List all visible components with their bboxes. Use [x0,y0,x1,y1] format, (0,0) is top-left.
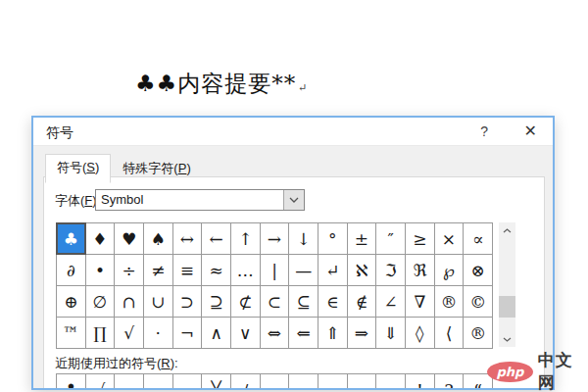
symbol-cell[interactable]: ∇ [406,286,434,317]
symbol-cell[interactable]: ↔ [173,223,202,254]
symbol-cell[interactable]: ∉ [348,286,376,317]
symbol-cell[interactable]: ° [318,223,347,254]
symbol-cell[interactable]: ⊂ [261,286,289,317]
recent-label-text-end: ): [171,356,178,370]
symbol-cell[interactable]: √ [86,374,115,390]
font-combobox-dropdown-button[interactable] [283,190,304,210]
symbol-cell[interactable]: ← [202,223,230,254]
symbol-cell[interactable]: ″ [376,223,405,254]
symbol-cell[interactable]: , [261,374,289,390]
symbol-cell[interactable]: | [261,255,289,285]
symbol-cell[interactable]: . [348,374,376,390]
symbol-cell[interactable]: ¬ [173,318,202,348]
scrollbar-thumb[interactable] [499,296,515,318]
symbol-cell[interactable]: ∧ [202,318,230,348]
tab-strip: 符号(S) 特殊字符(P) [45,154,203,183]
symbol-cell[interactable]: ⊆ [289,286,318,317]
font-field-label: 字体(F): [55,192,100,210]
symbol-cell[interactable]: … [231,255,260,285]
watermark: php 中文网 [487,349,588,392]
dialog-title: 符号 [46,124,74,142]
symbol-cell[interactable]: ♦ [86,223,115,254]
symbol-cell[interactable]: ∠ [376,286,405,317]
symbol-cell[interactable]: ⇒ [348,318,376,348]
symbol-cell[interactable]: ™ [57,318,85,348]
symbol-cell[interactable]: ↵ [318,255,347,285]
symbol-cell[interactable]: ℑ [376,255,405,285]
symbol-cell[interactable]: . [289,374,318,390]
symbol-cell[interactable]: √ [115,318,143,348]
symbol-cell[interactable]: ® [464,318,492,348]
symbol-cell[interactable]: ⇑ [318,318,347,348]
symbol-cell[interactable]: ? [435,374,464,390]
font-combobox[interactable]: Symbol [95,189,305,211]
help-button[interactable]: ? [480,123,488,139]
symbol-cell[interactable]: ⇔ [261,318,289,348]
tab-symbols[interactable]: 符号(S) [45,154,111,183]
tab-symbols-accesskey: S [86,160,95,174]
symbol-cell[interactable]: ≠ [144,255,172,285]
symbol-cell[interactable]: , [173,374,202,390]
help-icon: ? [480,123,488,139]
symbol-cell[interactable]: © [464,286,492,317]
symbol-cell[interactable]: ♥ [115,223,143,254]
symbol-cell[interactable]: ± [348,223,376,254]
symbol-cell[interactable]: ∪ [144,286,172,317]
symbol-cell[interactable]: × [435,223,464,254]
symbol-cell[interactable]: ℘ [435,255,464,285]
symbol-cell[interactable]: ♣ [57,223,85,254]
symbol-cell[interactable]: ◊ [406,318,434,348]
symbol-cell[interactable]: ∝ [464,223,492,254]
symbol-cell[interactable]: ∨ [231,318,260,348]
symbol-grid-scrollbar[interactable] [499,222,515,347]
chevron-down-icon [289,197,299,203]
symbol-cell[interactable]: ╳ [202,374,230,390]
symbol-cell[interactable]: • [86,255,115,285]
symbol-cell[interactable]: ⊗ [464,255,492,285]
symbol-cell[interactable]: ≥ [406,223,434,254]
scroll-up-button[interactable] [499,222,515,238]
symbol-cell[interactable]: · [144,318,172,348]
symbol-cell[interactable]: ∈ [318,286,347,317]
symbol-cell[interactable]: ÷ [115,255,143,285]
symbol-cell[interactable]: ⊄ [231,286,260,317]
symbol-cell[interactable]: ↓ [289,223,318,254]
dialog-titlebar[interactable]: 符号 ? ✕ [33,118,553,146]
symbol-cell[interactable]: ≡ [173,255,202,285]
symbol-cell[interactable]: ♠ [144,223,172,254]
symbol-cell[interactable]: , [318,374,347,390]
symbol-cell[interactable]: — [289,255,318,285]
symbol-cell[interactable]: → [261,223,289,254]
chevron-down-icon [503,337,512,342]
recent-label-accesskey: R [161,356,170,370]
symbol-cell[interactable]: ⊕ [57,286,85,317]
symbol-cell[interactable]: ∩ [115,286,143,317]
tab-special-characters[interactable]: 特殊字符(P) [111,155,202,183]
symbol-cell[interactable]: . [144,374,172,390]
symbol-cell[interactable]: ⇐ [289,318,318,348]
symbol-cell[interactable]: ℜ [406,255,434,285]
symbol-cell[interactable]: ∏ [86,318,115,348]
paragraph-mark: ↵ [298,81,308,94]
symbol-cell[interactable]: ! [406,374,434,390]
symbol-cell[interactable]: / [231,374,260,390]
symbol-cell[interactable]: ℵ [348,255,376,285]
symbol-cell[interactable]: ♣ [57,374,85,390]
symbol-cell[interactable]: ≈ [202,255,230,285]
symbol-cell[interactable]: ® [435,286,464,317]
tab-special-label: 特殊字符( [122,161,177,175]
font-label-text: 字体( [55,193,84,208]
symbol-cell[interactable]: ∅ [86,286,115,317]
symbol-cell[interactable]: ∂ [57,255,85,285]
php-badge-label: php [496,366,523,378]
symbol-cell[interactable]: ⇓ [376,318,405,348]
symbol-cell[interactable]: ↑ [231,223,260,254]
scroll-down-button[interactable] [499,331,515,347]
php-badge: php [487,362,533,382]
symbol-cell[interactable]: ⊇ [202,286,230,317]
close-button[interactable]: ✕ [524,122,537,140]
symbol-cell[interactable]: , [376,374,405,390]
symbol-cell[interactable]: ⊃ [173,286,202,317]
symbol-cell[interactable]: ⟨ [435,318,464,348]
symbol-cell[interactable]: , [115,374,143,390]
